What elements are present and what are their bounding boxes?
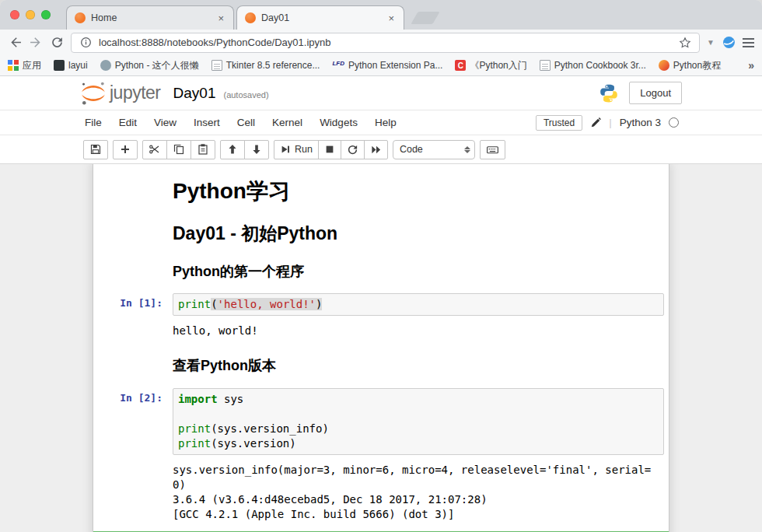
tab-home[interactable]: Home ×	[66, 5, 234, 30]
bookmark-python-extension[interactable]: LFD Python Extension Pa...	[332, 60, 442, 71]
scissors-icon	[149, 143, 161, 156]
move-cell-down-button[interactable]	[244, 140, 269, 159]
input-prompt: In [2]:	[98, 388, 173, 455]
jupyter-favicon-icon	[245, 12, 256, 23]
tutorial-favicon-icon	[659, 60, 669, 71]
bookmark-label: Python Cookbook 3r...	[554, 60, 646, 71]
bookmark-layui[interactable]: layui	[54, 60, 88, 71]
add-cell-button[interactable]	[113, 140, 138, 159]
step-forward-run-icon	[280, 144, 291, 155]
interrupt-kernel-button[interactable]	[318, 140, 341, 159]
menu-help[interactable]: Help	[366, 117, 405, 128]
kernel-idle-icon	[669, 117, 679, 128]
menu-kernel[interactable]: Kernel	[264, 117, 311, 128]
cut-cell-button[interactable]	[142, 140, 167, 159]
menu-widgets[interactable]: Widgets	[311, 117, 366, 128]
tab-day01[interactable]: Day01 ×	[236, 5, 404, 30]
navigation-bar: localhost:8888/notebooks/PythonCode/Day0…	[0, 30, 762, 55]
close-window-button[interactable]	[10, 10, 19, 19]
forward-icon[interactable]	[29, 36, 43, 50]
select-arrows-icon	[463, 146, 472, 153]
markdown-cell-day01[interactable]: Day01 - 初始Python	[93, 213, 669, 253]
bookmark-label: Python教程	[673, 59, 721, 72]
notebook-h3-second: 查看Python版本	[173, 358, 664, 374]
bookmark-label: 应用	[23, 59, 41, 72]
tab-strip: Home × Day01 ×	[0, 0, 762, 30]
zoom-window-button[interactable]	[41, 10, 51, 19]
menu-insert[interactable]: Insert	[185, 117, 229, 128]
cell-output-2: sys.version_info(major=3, minor=6, micro…	[173, 460, 664, 527]
bookmark-python-intro[interactable]: C 《Python入门	[455, 59, 526, 72]
back-icon[interactable]	[8, 36, 22, 50]
window-controls	[10, 10, 51, 19]
markdown-cell-check-version[interactable]: 查看Python版本	[93, 348, 669, 383]
bookmarks-bar: 应用 layui Python - 这个人很懒 Tkinter 8.5 refe…	[0, 55, 762, 76]
save-button[interactable]	[83, 140, 108, 159]
code-cell-2[interactable]: In [2]: import sys print(sys.version_inf…	[93, 383, 669, 531]
browser-menu-icon[interactable]	[743, 38, 754, 47]
cell-type-value: Code	[400, 144, 423, 155]
output-prompt	[98, 320, 173, 343]
reload-icon[interactable]	[50, 36, 64, 50]
code-cell-1[interactable]: In [1]: print('hello, world!') hello, wo…	[93, 289, 669, 348]
cell-output-1: hello, world!	[173, 320, 664, 343]
code-input-1[interactable]: print('hello, world!')	[173, 293, 664, 316]
browser-window: Home × Day01 × localhost:8888/notebooks	[0, 0, 762, 532]
jupyter-logo[interactable]: jupyter	[80, 80, 161, 107]
toolbar: Run Code	[0, 135, 762, 164]
clipboard-paste-icon	[197, 143, 209, 156]
move-cell-up-button[interactable]	[220, 140, 245, 159]
csdn-favicon-icon: C	[455, 60, 466, 71]
bookmark-star-icon[interactable]	[678, 36, 692, 50]
checkpoint-status: (autosaved)	[223, 90, 268, 100]
run-cell-button[interactable]: Run	[274, 140, 319, 159]
downloads-arrow-icon[interactable]: ▼	[707, 38, 715, 47]
markdown-cell-title[interactable]: Python学习	[93, 169, 669, 213]
command-palette-button[interactable]	[480, 140, 505, 159]
page-info-icon[interactable]	[79, 36, 93, 50]
menu-view[interactable]: View	[145, 117, 185, 128]
menu-file[interactable]: File	[83, 117, 110, 128]
bookmark-tkinter-reference[interactable]: Tkinter 8.5 reference...	[211, 60, 320, 71]
keyboard-icon	[486, 143, 499, 156]
bookmark-python-tutorial[interactable]: Python教程	[659, 59, 721, 72]
markdown-cell-first-program[interactable]: Python的第一个程序	[93, 254, 669, 289]
copy-cell-button[interactable]	[166, 140, 191, 159]
restart-run-all-button[interactable]	[364, 140, 388, 159]
cell-type-select[interactable]: Code	[393, 140, 475, 159]
stop-icon	[324, 144, 335, 155]
bookmarks-overflow-chevron[interactable]: »	[748, 59, 754, 72]
new-tab-button[interactable]	[411, 12, 439, 24]
python-logo-icon	[599, 83, 619, 103]
restart-refresh-icon	[347, 144, 358, 156]
bookmark-label: Tkinter 8.5 reference...	[226, 60, 320, 71]
logout-button[interactable]: Logout	[629, 82, 682, 104]
edit-mode-pencil-icon	[590, 117, 601, 128]
bookmark-apps[interactable]: 应用	[8, 59, 41, 72]
address-bar[interactable]: localhost:8888/notebooks/PythonCode/Day0…	[71, 33, 700, 53]
minimize-window-button[interactable]	[26, 10, 35, 19]
jupyter-favicon-icon	[75, 12, 86, 23]
arrow-down-icon	[250, 143, 263, 156]
notebook-h1: Python学习	[173, 179, 664, 204]
url-text[interactable]: localhost:8888/notebooks/PythonCode/Day0…	[99, 37, 672, 48]
tab-close-icon[interactable]: ×	[216, 12, 225, 25]
restart-kernel-button[interactable]	[341, 140, 365, 159]
notebook-title[interactable]: Day01	[173, 85, 216, 102]
site-favicon-icon	[100, 60, 111, 71]
notebook-container: Python学习 Day01 - 初始Python Python的第一个程序 I…	[93, 164, 669, 532]
code-input-2[interactable]: import sys print(sys.version_info)print(…	[173, 388, 664, 455]
bookmark-python-blog[interactable]: Python - 这个人很懒	[100, 59, 199, 72]
tab-close-icon[interactable]: ×	[386, 12, 396, 25]
notebook-scroll-area[interactable]: Python学习 Day01 - 初始Python Python的第一个程序 I…	[0, 164, 762, 532]
tab-day01-label: Day01	[261, 12, 381, 23]
paste-cell-button[interactable]	[190, 140, 215, 159]
menu-cell[interactable]: Cell	[229, 117, 264, 128]
bookmark-python-cookbook[interactable]: Python Cookbook 3r...	[540, 60, 646, 71]
jupyter-wordmark: jupyter	[110, 82, 161, 103]
menu-edit[interactable]: Edit	[110, 117, 145, 128]
arrow-up-icon	[226, 143, 239, 156]
extension-globe-icon[interactable]	[722, 36, 736, 50]
header-right: Logout	[599, 82, 682, 104]
layui-favicon-icon	[54, 60, 65, 71]
